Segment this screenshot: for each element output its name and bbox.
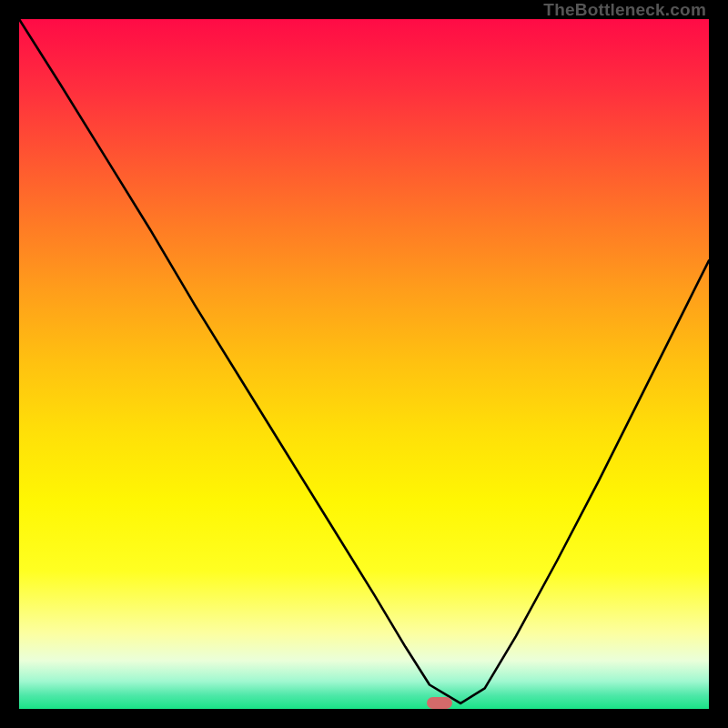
bottleneck-curve (19, 19, 709, 709)
watermark-text: TheBottleneck.com (543, 0, 706, 20)
chart-frame: TheBottleneck.com (0, 0, 728, 728)
plot-area (19, 19, 709, 709)
optimal-point-marker (427, 697, 452, 709)
